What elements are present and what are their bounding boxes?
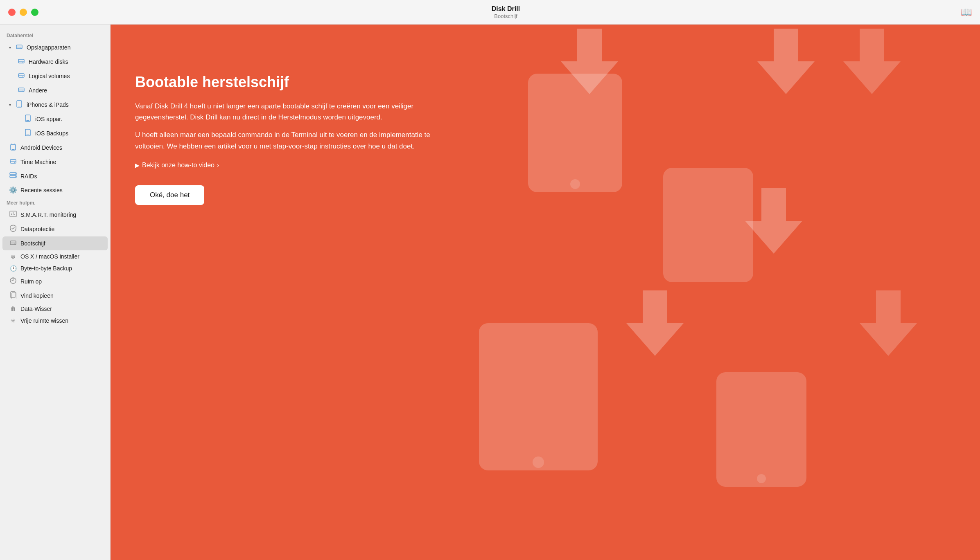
svg-point-45 — [570, 179, 580, 189]
close-button[interactable] — [8, 9, 16, 16]
drive-icon — [17, 86, 25, 95]
titlebar: Disk Drill Bootschijf 📖 — [0, 0, 980, 25]
sidebar-item-logical-volumes[interactable]: Logical volumes — [2, 69, 108, 83]
sidebar-item-andere[interactable]: Andere — [2, 83, 108, 97]
sidebar-item-vind-kopieeen[interactable]: Vind kopieën — [2, 289, 108, 303]
svg-marker-54 — [860, 290, 917, 356]
link-label: Bekijk onze how-to video — [142, 162, 215, 169]
sidebar-item-android-devices[interactable]: Android Devices — [2, 141, 108, 155]
svg-marker-51 — [626, 290, 684, 356]
titlebar-text: Disk Drill Bootschijf — [51, 5, 961, 19]
description-1: Vanaf Disk Drill 4 hoeft u niet langer e… — [135, 101, 438, 123]
svg-point-2 — [20, 48, 21, 49]
svg-point-27 — [15, 173, 16, 174]
sidebar-item-label: Recente sessies — [20, 187, 63, 193]
sidebar-item-label: iPhones & iPads — [27, 101, 69, 108]
sidebar-item-label: Android Devices — [20, 144, 62, 151]
sidebar-item-label: Data-Wisser — [20, 306, 52, 312]
settings-icon: ⚙️ — [9, 186, 17, 194]
sidebar-item-vrije-ruimte[interactable]: ✳ Vrije ruimte wissen — [2, 315, 108, 326]
sidebar-item-opslagapparaten[interactable]: ▾ Opslagapparaten — [2, 40, 108, 54]
sidebar-item-label: Byte-to-byte Backup — [20, 265, 72, 272]
drive-icon — [17, 72, 25, 81]
sidebar-item-iphones-ipads[interactable]: ▾ iPhones & iPads — [2, 98, 108, 112]
android-icon — [9, 143, 17, 152]
trash-icon: 🗑 — [9, 306, 17, 312]
cleanup-icon — [9, 277, 17, 286]
app-subtitle: Bootschijf — [51, 13, 961, 19]
svg-point-5 — [23, 62, 23, 63]
svg-marker-47 — [745, 188, 802, 254]
sidebar-item-label: Time Machine — [20, 159, 56, 165]
svg-rect-44 — [528, 74, 622, 192]
minimize-button[interactable] — [20, 9, 27, 16]
chevron-icon: ▾ — [9, 103, 11, 107]
main-panel: Bootable herstelschijf Vanaf Disk Drill … — [111, 25, 463, 229]
sidebar-item-label: RAIDs — [20, 173, 37, 180]
iphone-icon — [24, 115, 32, 124]
book-icon[interactable]: 📖 — [961, 7, 972, 18]
drive-icon — [17, 57, 25, 66]
sidebar-item-label: Hardware disks — [29, 58, 68, 65]
sidebar-item-label: Vrije ruimte wissen — [20, 317, 68, 324]
sidebar-item-label: iOS Backups — [35, 130, 68, 137]
drive-icon — [9, 239, 17, 248]
traffic-lights — [8, 9, 38, 16]
svg-rect-49 — [479, 323, 598, 470]
raids-icon — [9, 172, 17, 181]
maximize-button[interactable] — [31, 9, 38, 16]
sidebar-item-dataprotectie[interactable]: Dataprotectie — [2, 222, 108, 236]
cta-button[interactable]: Oké, doe het — [135, 185, 204, 205]
clock-icon: 🕐 — [9, 265, 17, 272]
svg-rect-46 — [663, 168, 753, 282]
video-icon: ▶ — [135, 162, 140, 169]
sidebar-item-label: OS X / macOS installer — [20, 253, 79, 260]
sidebar-item-label: Andere — [29, 87, 47, 94]
svg-point-53 — [757, 474, 766, 483]
link-arrow: › — [217, 162, 219, 169]
sidebar-item-recente-sessies[interactable]: ⚙️ Recente sessies — [2, 184, 108, 196]
drive-icon — [15, 43, 23, 52]
svg-marker-48 — [843, 29, 901, 94]
osx-icon: ⊗ — [9, 253, 17, 260]
time-machine-icon — [9, 157, 17, 166]
free-space-icon: ✳ — [9, 317, 17, 324]
svg-marker-43 — [757, 29, 815, 94]
sidebar-item-raids[interactable]: RAIDs — [2, 169, 108, 183]
description-2: U hoeft alleen maar een bepaald commando… — [135, 129, 438, 151]
sidebar: Dataherstel ▾ Opslagapparaten — [0, 25, 111, 560]
meer-hulpm-label: Meer hulpm. — [0, 197, 110, 207]
iphone-icon — [24, 129, 32, 138]
sidebar-item-smart[interactable]: S.M.A.R.T. monitoring — [2, 208, 108, 222]
svg-rect-52 — [716, 372, 806, 487]
chart-icon — [9, 210, 17, 219]
sidebar-item-ruim-op[interactable]: Ruim op — [2, 274, 108, 288]
how-to-video-link[interactable]: ▶ Bekijk onze how-to video › — [135, 162, 438, 169]
sidebar-item-osx-installer[interactable]: ⊗ OS X / macOS installer — [2, 251, 108, 262]
chevron-icon: ▾ — [9, 45, 11, 50]
svg-point-35 — [14, 244, 15, 245]
svg-point-11 — [23, 91, 23, 92]
dataherstel-label: Dataherstel — [0, 29, 110, 40]
sidebar-item-label: iOS appar. — [35, 116, 62, 122]
file-icon — [9, 291, 17, 300]
sidebar-item-label: Vind kopieën — [20, 292, 54, 299]
sidebar-item-time-machine[interactable]: Time Machine — [2, 155, 108, 169]
sidebar-item-label: Opslagapparaten — [27, 44, 70, 51]
sidebar-item-byte-backup[interactable]: 🕐 Byte-to-byte Backup — [2, 263, 108, 274]
content-area: Bootable herstelschijf Vanaf Disk Drill … — [111, 25, 980, 560]
sidebar-item-ios-backups[interactable]: iOS Backups — [2, 126, 108, 140]
sidebar-item-ios-appar[interactable]: iOS appar. — [2, 112, 108, 126]
page-title: Bootable herstelschijf — [135, 74, 438, 91]
sidebar-item-bootschijf[interactable]: Bootschijf — [2, 236, 108, 250]
shield-icon — [9, 225, 17, 234]
svg-point-50 — [533, 457, 544, 468]
svg-point-28 — [15, 176, 16, 177]
app-title: Disk Drill — [51, 5, 961, 13]
sidebar-item-hardware-disks[interactable]: Hardware disks — [2, 55, 108, 69]
sidebar-item-label: S.M.A.R.T. monitoring — [20, 211, 76, 218]
iphone-icon — [15, 100, 23, 109]
app-body: Dataherstel ▾ Opslagapparaten — [0, 25, 980, 560]
sidebar-item-label: Dataprotectie — [20, 226, 54, 232]
sidebar-item-data-wisser[interactable]: 🗑 Data-Wisser — [2, 303, 108, 315]
